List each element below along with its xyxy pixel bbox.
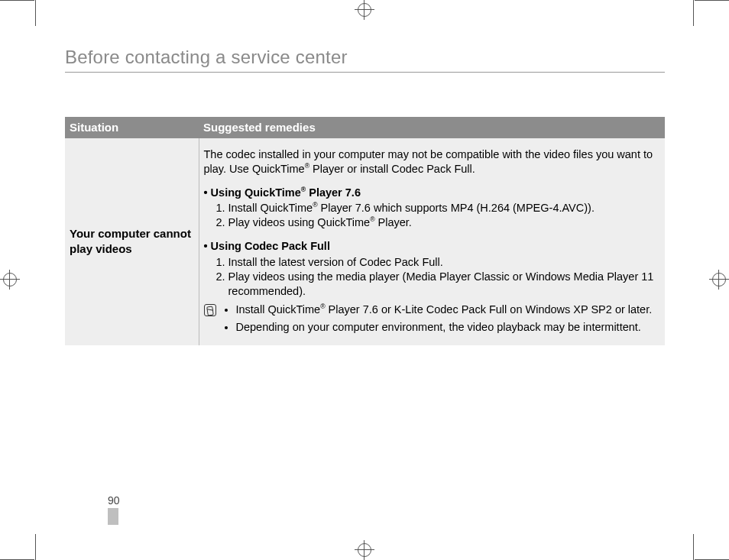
text: Install QuickTime bbox=[236, 303, 321, 316]
list-item: Play videos using QuickTime® Player. bbox=[228, 215, 661, 230]
registration-mark-icon bbox=[355, 0, 374, 20]
crop-mark bbox=[693, 534, 694, 560]
section-head-codecpack: • Using Codec Pack Full bbox=[204, 239, 661, 254]
crop-mark bbox=[693, 0, 694, 26]
col-header-situation: Situation bbox=[65, 117, 199, 138]
crop-mark bbox=[0, 0, 34, 1]
note-list: Install QuickTime® Player 7.6 or K-Lite … bbox=[222, 303, 653, 338]
note-icon bbox=[204, 304, 216, 316]
crop-mark bbox=[35, 0, 36, 26]
crop-mark bbox=[695, 0, 729, 1]
situation-cell: Your computer cannot play videos bbox=[65, 138, 199, 345]
text: • Using QuickTime bbox=[204, 186, 301, 199]
text: Player or install Codec Pack Full. bbox=[309, 163, 475, 175]
note-block: Install QuickTime® Player 7.6 or K-Lite … bbox=[204, 303, 661, 338]
list-item: Install QuickTime® Player 7.6 or K-Lite … bbox=[236, 303, 653, 317]
text: Play videos using QuickTime bbox=[228, 216, 371, 228]
page-title: Before contacting a service center bbox=[65, 47, 665, 73]
section-head-quicktime: • Using QuickTime® Player 7.6 bbox=[204, 186, 661, 200]
text: Install QuickTime bbox=[228, 202, 313, 214]
col-header-remedies: Suggested remedies bbox=[199, 117, 665, 138]
list-item: Depending on your computer environment, … bbox=[236, 320, 653, 335]
list-item: Play videos using the media player (Medi… bbox=[228, 270, 661, 299]
page-footer: 90 bbox=[108, 494, 131, 525]
registration-mark-icon bbox=[0, 270, 20, 290]
text: Player 7.6 bbox=[306, 186, 361, 199]
remedy-intro: The codec installed in your computer may… bbox=[204, 147, 661, 176]
text: Player. bbox=[375, 216, 412, 228]
crop-mark bbox=[35, 534, 36, 560]
page-number: 90 bbox=[108, 494, 131, 507]
remedy-cell: The codec installed in your computer may… bbox=[199, 138, 665, 345]
registration-mark-icon bbox=[355, 540, 374, 560]
list-item: Install QuickTime® Player 7.6 which supp… bbox=[228, 201, 661, 215]
list-item: Install the latest version of Codec Pack… bbox=[228, 255, 661, 270]
footer-bar-icon bbox=[108, 508, 118, 525]
troubleshooting-table: Situation Suggested remedies Your comput… bbox=[65, 117, 665, 345]
text: Player 7.6 or K-Lite Codec Pack Full on … bbox=[326, 303, 653, 316]
page-content: Before contacting a service center Situa… bbox=[65, 47, 665, 345]
registration-mark-icon bbox=[709, 270, 729, 290]
quicktime-steps: Install QuickTime® Player 7.6 which supp… bbox=[204, 201, 661, 230]
text: Player 7.6 which supports MP4 (H.264 (MP… bbox=[318, 202, 595, 214]
table-row: Your computer cannot play videos The cod… bbox=[65, 138, 665, 345]
codecpack-steps: Install the latest version of Codec Pack… bbox=[204, 255, 661, 299]
